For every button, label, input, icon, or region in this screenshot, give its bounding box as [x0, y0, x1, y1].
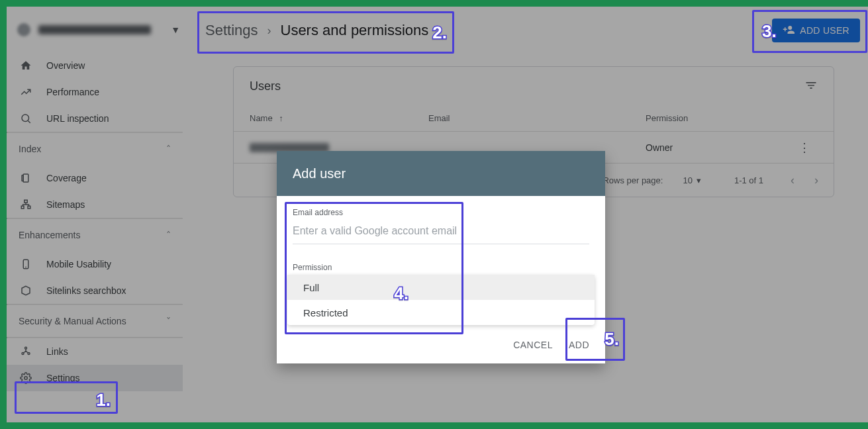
add-button[interactable]: ADD	[569, 340, 589, 350]
email-field[interactable]	[293, 221, 589, 244]
permission-option-full[interactable]: Full	[287, 275, 595, 300]
permission-option-restricted[interactable]: Restricted	[287, 300, 595, 325]
permission-field-label: Permission	[293, 263, 589, 272]
add-user-dialog: Add user Email address Permission Full R…	[277, 151, 605, 363]
permission-dropdown-options: Full Restricted	[287, 275, 595, 325]
dialog-title: Add user	[277, 151, 605, 196]
cancel-button[interactable]: CANCEL	[513, 340, 553, 350]
email-field-label: Email address	[293, 208, 589, 217]
